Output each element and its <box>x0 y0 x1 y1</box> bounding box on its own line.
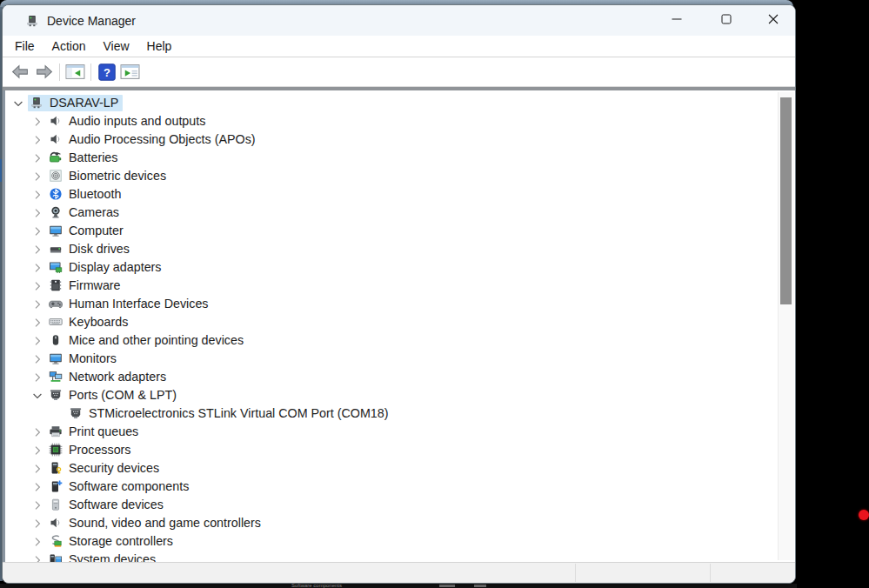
chevron-right-icon[interactable] <box>31 207 43 219</box>
tree-item-label: Mice and other pointing devices <box>69 333 244 347</box>
tree-item-storage-controllers[interactable]: Storage controllers <box>5 532 778 551</box>
device-tree: DSARAV-LPAudio inputs and outputsAudio P… <box>5 90 778 562</box>
chevron-right-icon[interactable] <box>31 317 43 329</box>
tree-item-content: Software devices <box>47 497 168 513</box>
tree-item-software-devices[interactable]: Software devices <box>5 496 778 514</box>
tree-item-disk-drives[interactable]: Disk drives <box>5 240 778 258</box>
show-console-tree-button[interactable] <box>64 61 87 83</box>
tree-item-content: Processors <box>47 442 136 458</box>
chevron-right-icon[interactable] <box>31 353 43 365</box>
tree-item-biometric-devices[interactable]: Biometric devices <box>5 167 778 185</box>
tree-item-label: STMicroelectronics STLink Virtual COM Po… <box>89 406 389 420</box>
monitor-icon <box>49 351 63 365</box>
background-ui-fragment <box>474 585 486 587</box>
tree-item-network-adapters[interactable]: Network adapters <box>5 368 778 386</box>
chevron-right-icon[interactable] <box>31 554 43 563</box>
chevron-right-icon[interactable] <box>31 116 43 128</box>
minimize-icon <box>672 12 682 28</box>
tree-item-audio-processing-objects-apos[interactable]: Audio Processing Objects (APOs) <box>5 130 778 149</box>
maximize-button[interactable] <box>706 5 745 35</box>
chevron-right-icon[interactable] <box>31 189 43 201</box>
tree-item-display-adapters[interactable]: Display adapters <box>5 258 778 277</box>
screen: Software components Device Manager FileA… <box>0 0 869 588</box>
tree-item-label: Disk drives <box>69 242 130 256</box>
chevron-right-icon[interactable] <box>31 244 43 256</box>
tree-item-batteries[interactable]: Batteries <box>5 149 778 167</box>
tree-item-system-devices[interactable]: System devices <box>5 551 778 562</box>
chevron-right-icon[interactable] <box>31 444 43 457</box>
chevron-right-icon[interactable] <box>31 499 43 511</box>
chevron-right-icon[interactable] <box>31 481 43 493</box>
tree-item-label: DSARAV-LP <box>50 96 118 110</box>
tree-item-label: Storage controllers <box>69 534 173 548</box>
menu-item-view[interactable]: View <box>94 37 137 57</box>
forward-arrow-icon <box>35 64 53 79</box>
tree-item-print-queues[interactable]: Print queues <box>5 423 778 441</box>
tree-item-monitors[interactable]: Monitors <box>5 350 778 368</box>
chevron-right-icon[interactable] <box>31 152 43 164</box>
tree-item-label: Security devices <box>69 461 159 475</box>
tree-item-software-components[interactable]: Software components <box>5 478 778 496</box>
tree-item-cameras[interactable]: Cameras <box>5 204 778 222</box>
tree-item-firmware[interactable]: Firmware <box>5 277 778 295</box>
scrollbar-thumb[interactable] <box>780 97 792 304</box>
title-bar[interactable]: Device Manager <box>3 5 795 36</box>
back-button[interactable] <box>9 61 32 83</box>
chevron-right-icon[interactable] <box>31 371 43 384</box>
tree-item-audio-inputs-and-outputs[interactable]: Audio inputs and outputs <box>5 112 778 130</box>
background-window-bottom-sliver: Software components <box>0 584 797 588</box>
tree-item-mice-and-other-pointing-devices[interactable]: Mice and other pointing devices <box>5 331 778 350</box>
chevron-right-icon[interactable] <box>31 225 43 237</box>
chevron-right-icon[interactable] <box>31 518 43 530</box>
minimize-button[interactable] <box>657 5 696 35</box>
chevron-right-icon[interactable] <box>31 280 43 292</box>
menu-item-help[interactable]: Help <box>138 37 181 57</box>
chevron-right-icon[interactable] <box>31 170 43 183</box>
fingerprint-icon <box>49 169 63 183</box>
chevron-right-icon[interactable] <box>31 262 43 274</box>
chevron-right-icon[interactable] <box>31 536 43 548</box>
camera-icon <box>49 205 63 219</box>
tree-item-label: Batteries <box>69 150 117 164</box>
printer-icon <box>49 424 63 438</box>
system-devices-icon <box>49 552 63 562</box>
status-bar-separator <box>710 564 711 582</box>
tree-item-dsarav-lp[interactable]: DSARAV-LP <box>5 94 778 112</box>
tree-item-computer[interactable]: Computer <box>5 222 778 240</box>
tree-item-ports-com-lpt[interactable]: Ports (COM & LPT) <box>5 386 778 404</box>
tree-item-security-devices[interactable]: Security devices <box>5 459 778 478</box>
device-manager-icon <box>25 14 39 28</box>
chevron-down-icon[interactable] <box>31 390 43 402</box>
tree-item-content: Audio inputs and outputs <box>47 113 210 130</box>
tree-item-label: Firmware <box>69 278 121 292</box>
close-button[interactable] <box>753 5 792 35</box>
tree-item-human-interface-devices[interactable]: Human Interface Devices <box>5 295 778 313</box>
menu-item-action[interactable]: Action <box>43 37 95 57</box>
help-button[interactable]: ? <box>95 61 118 83</box>
tree-item-label: Print queues <box>69 424 138 438</box>
menu-item-file[interactable]: File <box>6 37 43 57</box>
chevron-right-icon[interactable] <box>31 426 43 438</box>
chevron-right-icon[interactable] <box>31 134 43 146</box>
chevron-right-icon[interactable] <box>31 335 43 347</box>
tree-item-label: Network adapters <box>69 370 166 384</box>
tree-item-bluetooth[interactable]: Bluetooth <box>5 185 778 204</box>
tree-item-stmicroelectronics-stlink-virtual-com-port-com18[interactable]: STMicroelectronics STLink Virtual COM Po… <box>5 404 778 423</box>
monitor-icon <box>49 224 63 237</box>
tree-item-content: Network adapters <box>47 369 170 385</box>
tree-item-content: Security devices <box>47 460 164 477</box>
tree-item-label: Software components <box>69 479 189 493</box>
tree-item-keyboards[interactable]: Keyboards <box>5 313 778 331</box>
show-action-pane-button[interactable] <box>118 61 142 83</box>
background-ui-fragment <box>439 585 455 587</box>
svg-text:?: ? <box>104 65 110 78</box>
chevron-right-icon[interactable] <box>31 298 43 311</box>
vertical-scrollbar[interactable] <box>778 92 794 560</box>
tree-item-content: Keyboards <box>47 314 132 331</box>
tree-item-processors[interactable]: Processors <box>5 441 778 459</box>
tree-item-sound-video-and-game-controllers[interactable]: Sound, video and game controllers <box>5 514 778 532</box>
chevron-down-icon[interactable] <box>12 97 24 110</box>
status-bar <box>3 562 795 583</box>
forward-button[interactable] <box>32 61 56 83</box>
chevron-right-icon[interactable] <box>31 463 43 475</box>
